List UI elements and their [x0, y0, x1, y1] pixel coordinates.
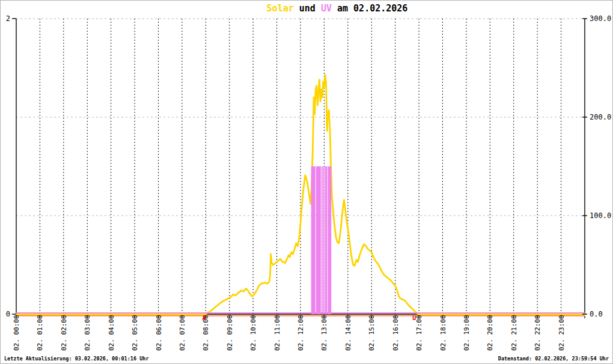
y-axis-label-right: 100.0 — [590, 211, 611, 220]
y-axis-label-right: 300.0 — [590, 14, 611, 23]
x-axis-label: 02. 15:00 — [368, 315, 376, 351]
x-axis-label: 02. 00:00 — [13, 315, 20, 351]
x-axis-label: 02. 02:00 — [60, 315, 68, 351]
marker-a: A — [203, 315, 206, 321]
x-axis-label: 02. 13:00 — [320, 315, 328, 351]
title-solar-label: Solar — [267, 3, 294, 14]
x-axis-label: 02. 19:00 — [463, 315, 471, 351]
x-axis-label: 02. 07:00 — [178, 315, 186, 351]
y-axis-label-right: 200.0 — [590, 113, 611, 121]
x-axis-label: 02. 10:00 — [249, 315, 257, 351]
x-axis-label: 02. 12:00 — [297, 315, 305, 351]
uv-bar — [311, 166, 316, 314]
y-axis-label-right: 0.0 — [590, 310, 603, 318]
x-axis-label: 02. 23:00 — [558, 315, 566, 351]
x-axis-label: 02. 03:00 — [84, 315, 91, 351]
footer-last-update: Letzte Aktualisierung: 03.02.2026, 00:01… — [4, 356, 149, 362]
title-und-label: und — [294, 3, 321, 14]
footer-data-timestamp: Datenstand: 02.02.2026, 23:59:54 Uhr — [498, 356, 609, 362]
title-uv-label: UV — [321, 3, 332, 14]
chart-canvas: Solar und UV am 02.02.2026 020.0100.0200… — [0, 0, 613, 364]
x-axis-label: 02. 18:00 — [439, 315, 447, 351]
uv-bar — [328, 166, 332, 314]
x-axis-label: 02. 20:00 — [486, 315, 494, 351]
x-axis-label: 02. 01:00 — [36, 315, 44, 351]
uv-bar — [325, 166, 328, 314]
solar-uv-plot: 020.0100.0200.0300.002. 00:0002. 01:0002… — [1, 1, 612, 363]
y-axis-label-left: 0 — [6, 310, 10, 318]
uv-bar — [322, 166, 323, 314]
x-axis-label: 02. 21:00 — [510, 315, 518, 351]
x-axis-label: 02. 16:00 — [392, 315, 400, 351]
x-axis-label: 02. 04:00 — [108, 315, 115, 351]
solar-line — [16, 75, 585, 315]
x-axis-label: 02. 09:00 — [226, 315, 234, 351]
title-date-label: am 02.02.2026 — [332, 3, 407, 14]
uv-bar — [323, 166, 325, 314]
marker-u: U — [412, 315, 416, 321]
x-axis-label: 02. 22:00 — [534, 315, 541, 351]
chart-title: Solar und UV am 02.02.2026 — [63, 3, 611, 14]
x-axis-label: 02. 14:00 — [344, 315, 352, 351]
x-axis-label: 02. 17:00 — [415, 315, 423, 351]
y-axis-label-left: 2 — [6, 14, 10, 23]
x-axis-label: 02. 05:00 — [131, 315, 139, 351]
uv-bar — [316, 166, 321, 314]
x-axis-label: 02. 06:00 — [155, 315, 163, 351]
x-axis-label: 02. 11:00 — [273, 315, 281, 351]
